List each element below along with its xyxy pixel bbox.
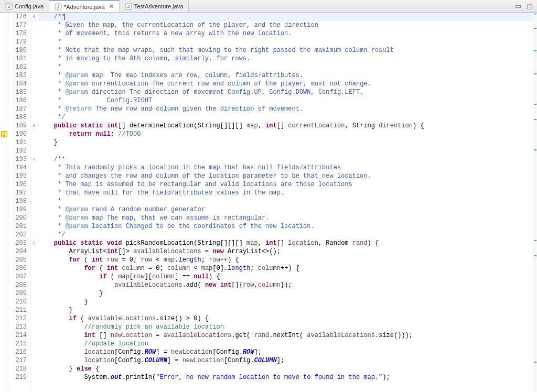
- line-number-gutter[interactable]: 1761771781791801811821831841851861871881…: [8, 13, 30, 392]
- code-line[interactable]: for ( int column = 0; column < map[0].le…: [39, 264, 537, 273]
- code-line[interactable]: *: [39, 197, 537, 205]
- line-number[interactable]: 187: [10, 105, 27, 113]
- fold-toggle[interactable]: ⊖: [30, 13, 38, 21]
- code-line[interactable]: * of movement, this returns a new array …: [39, 29, 537, 38]
- code-line[interactable]: *: [39, 38, 537, 46]
- minimize-icon[interactable]: ▭: [515, 2, 521, 10]
- code-line[interactable]: public static int[] determineLocation(St…: [39, 122, 537, 130]
- line-number[interactable]: 198: [10, 197, 27, 205]
- line-number[interactable]: 207: [10, 273, 27, 281]
- line-number[interactable]: 184: [10, 80, 27, 88]
- code-line[interactable]: ArrayList<int[]> availableLocations = ne…: [39, 247, 537, 256]
- overview-marker[interactable]: [534, 104, 536, 105]
- tab--adventure-java[interactable]: J*Adventure.java✕: [49, 0, 120, 12]
- overview-marker[interactable]: [534, 362, 536, 363]
- code-line[interactable]: return null; //TODO: [39, 130, 537, 138]
- overview-marker[interactable]: [534, 73, 536, 74]
- line-number[interactable]: 213: [10, 323, 27, 331]
- overview-marker[interactable]: [534, 149, 536, 150]
- overview-marker[interactable]: [534, 50, 536, 51]
- line-number[interactable]: 203: [10, 239, 27, 247]
- line-number[interactable]: 182: [10, 63, 27, 71]
- code-line[interactable]: * in moving to the 0th column, similarly…: [39, 55, 537, 63]
- code-line[interactable]: *: [39, 63, 537, 71]
- code-line[interactable]: }: [39, 138, 537, 147]
- line-number[interactable]: 211: [10, 306, 27, 314]
- line-number[interactable]: 205: [10, 256, 27, 264]
- line-number[interactable]: 197: [10, 189, 27, 197]
- line-number[interactable]: 204: [10, 247, 27, 256]
- code-line[interactable]: public static void pickRandomLocation(St…: [39, 239, 537, 247]
- tab-testadventure-java[interactable]: JTestAdventure.java: [120, 0, 189, 12]
- overview-ruler[interactable]: [533, 13, 537, 392]
- overview-marker[interactable]: [534, 255, 536, 256]
- code-line[interactable]: * Note that the map wraps, such that mov…: [39, 46, 537, 55]
- maximize-icon[interactable]: ▢: [527, 2, 533, 10]
- line-number[interactable]: 202: [10, 231, 27, 239]
- line-number[interactable]: 177: [10, 21, 27, 29]
- code-line[interactable]: * that have null for the field/attribute…: [39, 189, 537, 197]
- code-line[interactable]: * @return The new row and column given t…: [39, 105, 537, 113]
- code-line[interactable]: } else {: [39, 365, 537, 373]
- code-line[interactable]: location[Config.ROW] = newLocation[Confi…: [39, 348, 537, 356]
- code-line[interactable]: //update location: [39, 340, 537, 348]
- line-number[interactable]: 199: [10, 205, 27, 214]
- line-number[interactable]: 217: [10, 356, 27, 365]
- line-number[interactable]: 194: [10, 164, 27, 172]
- code-line[interactable]: int [] newLocation = availableLocations.…: [39, 331, 537, 340]
- line-number[interactable]: 206: [10, 264, 27, 273]
- code-line[interactable]: /**: [39, 155, 537, 164]
- line-number[interactable]: 180: [10, 46, 27, 55]
- line-number[interactable]: 185: [10, 88, 27, 96]
- code-line[interactable]: */: [39, 113, 537, 122]
- tab-config-java[interactable]: JConfig.java: [0, 0, 49, 12]
- line-number[interactable]: 196: [10, 180, 27, 189]
- code-line[interactable]: * @param direction The direction of move…: [39, 88, 537, 96]
- line-number[interactable]: 219: [10, 373, 27, 382]
- editor-area[interactable]: 1761771781791801811821831841851861871881…: [0, 13, 537, 392]
- line-number[interactable]: 181: [10, 55, 27, 63]
- code-line[interactable]: * and changes the row and column of the …: [39, 172, 537, 180]
- line-number[interactable]: 176: [10, 13, 27, 21]
- code-line[interactable]: * The map is assumed to be rectangular a…: [39, 180, 537, 189]
- code-line[interactable]: * This randomly picks a location in the …: [39, 164, 537, 172]
- code-line[interactable]: if ( map[row][column] == null) {: [39, 273, 537, 281]
- code-line[interactable]: }: [39, 298, 537, 306]
- line-number[interactable]: 214: [10, 331, 27, 340]
- line-number[interactable]: 209: [10, 289, 27, 298]
- code-line[interactable]: * @param rand A random number generator: [39, 205, 537, 214]
- overview-marker[interactable]: [534, 119, 536, 120]
- line-number[interactable]: 210: [10, 298, 27, 306]
- line-number[interactable]: 191: [10, 138, 27, 147]
- line-number[interactable]: 218: [10, 365, 27, 373]
- line-number[interactable]: 188: [10, 113, 27, 122]
- code-content[interactable]: /** * Given the map, the currentLocation…: [38, 13, 537, 392]
- line-number[interactable]: 178: [10, 29, 27, 38]
- line-number[interactable]: 189: [10, 122, 27, 130]
- code-line[interactable]: */: [39, 231, 537, 239]
- code-line[interactable]: System.out.println("Error, no new random…: [39, 373, 537, 382]
- code-line[interactable]: }: [39, 306, 537, 314]
- fold-toggle[interactable]: ⊖: [30, 155, 38, 164]
- line-number[interactable]: 179: [10, 38, 27, 46]
- line-number[interactable]: 216: [10, 348, 27, 356]
- code-line[interactable]: * @param location Changed to be the coor…: [39, 222, 537, 231]
- code-line[interactable]: availableLocations.add( new int[]{row,co…: [39, 281, 537, 289]
- line-number[interactable]: 186: [10, 96, 27, 105]
- code-line[interactable]: }: [39, 289, 537, 298]
- overview-marker[interactable]: [534, 240, 536, 241]
- line-number[interactable]: 195: [10, 172, 27, 180]
- code-line[interactable]: /**: [39, 13, 537, 21]
- code-line[interactable]: for ( int row = 0; row < map.length; row…: [39, 256, 537, 264]
- fold-column[interactable]: ⊖⊖⊖⊖: [30, 13, 38, 392]
- line-number[interactable]: 201: [10, 222, 27, 231]
- line-number[interactable]: 183: [10, 71, 27, 80]
- quickfix-icon[interactable]: [1, 131, 7, 137]
- code-line[interactable]: [39, 147, 537, 155]
- code-line[interactable]: * @param map The map, that we can assume…: [39, 214, 537, 222]
- code-line[interactable]: * Given the map, the currentLocation of …: [39, 21, 537, 29]
- line-number[interactable]: 208: [10, 281, 27, 289]
- code-line[interactable]: location[Config.COLUMN] = newLocation[Co…: [39, 356, 537, 365]
- overview-selection-marker[interactable]: [534, 13, 536, 15]
- line-number[interactable]: 190: [10, 130, 27, 138]
